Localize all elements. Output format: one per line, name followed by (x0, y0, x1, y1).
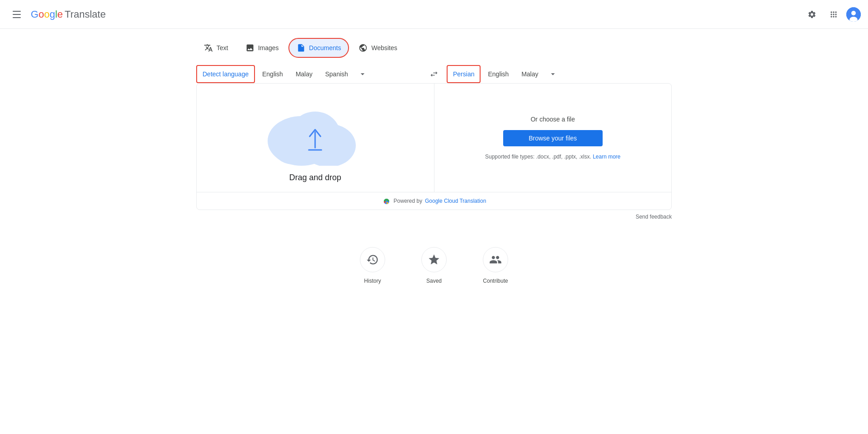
google-wordmark: Google (31, 9, 63, 20)
source-lang-english[interactable]: English (257, 66, 288, 82)
learn-more-link[interactable]: Learn more (593, 154, 620, 160)
image-icon (245, 43, 255, 52)
apps-icon (829, 10, 838, 19)
saved-icon-circle (421, 247, 447, 272)
tab-text-label: Text (217, 44, 228, 51)
svg-point-6 (272, 126, 313, 164)
history-item[interactable]: History (360, 247, 385, 284)
star-icon (428, 253, 440, 266)
history-label: History (364, 278, 381, 284)
tab-websites[interactable]: Websites (351, 38, 405, 58)
menu-button[interactable] (7, 5, 25, 23)
google-cloud-translation-link[interactable]: Google Cloud Translation (425, 198, 486, 204)
translate-icon (204, 43, 213, 52)
apps-button[interactable] (825, 5, 843, 23)
app-header: Google Translate (0, 0, 868, 29)
drag-drop-zone[interactable]: Drag and drop (265, 103, 365, 182)
header-right (803, 5, 861, 23)
chevron-down-icon (358, 70, 367, 79)
contribute-icon-circle (483, 247, 508, 272)
web-icon (359, 43, 368, 52)
source-lang-malay[interactable]: Malay (290, 66, 318, 82)
document-icon (297, 43, 306, 52)
tab-documents-label: Documents (309, 44, 341, 51)
cloud-upload-icon (265, 103, 365, 166)
tab-images-label: Images (258, 44, 279, 51)
powered-by-bar: Powered by Google Cloud Translation (197, 192, 671, 210)
swap-icon (429, 70, 439, 79)
target-lang-english[interactable]: English (482, 66, 514, 82)
tab-documents[interactable]: Documents (288, 38, 349, 58)
tab-websites-label: Websites (371, 44, 397, 51)
translation-area: Drag and drop Or choose a file Browse yo… (196, 83, 672, 210)
send-feedback-link[interactable]: Send feedback (196, 214, 672, 220)
svg-point-1 (851, 11, 856, 15)
saved-item[interactable]: Saved (421, 247, 447, 284)
detect-language-button[interactable]: Detect language (196, 65, 255, 83)
drag-drop-label: Drag and drop (289, 173, 341, 182)
app-name: Translate (65, 9, 106, 20)
settings-button[interactable] (803, 5, 821, 23)
saved-label: Saved (426, 278, 442, 284)
target-lang-malay[interactable]: Malay (516, 66, 543, 82)
avatar[interactable] (846, 7, 861, 22)
tab-bar: Text Images Documents Websites (196, 38, 672, 58)
file-chooser-panel: Or choose a file Browse your files Suppo… (434, 84, 672, 192)
target-lang-more-button[interactable] (546, 67, 560, 81)
chevron-down-icon-target (548, 70, 557, 79)
history-icon (366, 253, 379, 266)
or-choose-label: Or choose a file (531, 116, 575, 123)
powered-by-text: Powered by (394, 198, 422, 204)
source-lang-spanish[interactable]: Spanish (320, 66, 354, 82)
logo[interactable]: Google Translate (31, 9, 106, 20)
contribute-item[interactable]: Contribute (483, 247, 508, 284)
google-cloud-logo (382, 198, 391, 204)
target-lang-persian[interactable]: Persian (447, 65, 481, 83)
gear-icon (807, 10, 816, 19)
avatar-icon (846, 7, 861, 22)
swap-languages-button[interactable] (425, 65, 443, 83)
tab-images[interactable]: Images (238, 38, 287, 58)
supported-types: Supported file types: .docx, .pdf, .pptx… (485, 154, 621, 160)
browse-files-button[interactable]: Browse your files (503, 130, 603, 146)
header-left: Google Translate (7, 5, 106, 23)
history-icon-circle (360, 247, 385, 272)
translation-panels: Drag and drop Or choose a file Browse yo… (197, 84, 671, 192)
source-lang-panel: Detect language English Malay Spanish (196, 65, 421, 83)
contribute-icon (489, 253, 502, 266)
source-lang-more-button[interactable] (355, 67, 370, 81)
hamburger-icon (11, 9, 22, 20)
contribute-label: Contribute (483, 278, 508, 284)
language-selector-row: Detect language English Malay Spanish Pe… (196, 65, 672, 83)
main-content: Text Images Documents Websites Detect la… (185, 29, 683, 311)
target-lang-panel: Persian English Malay (447, 65, 672, 83)
bottom-icons-row: History Saved Contribute (196, 247, 672, 302)
tab-text[interactable]: Text (196, 38, 236, 58)
upload-panel[interactable]: Drag and drop (197, 84, 434, 192)
